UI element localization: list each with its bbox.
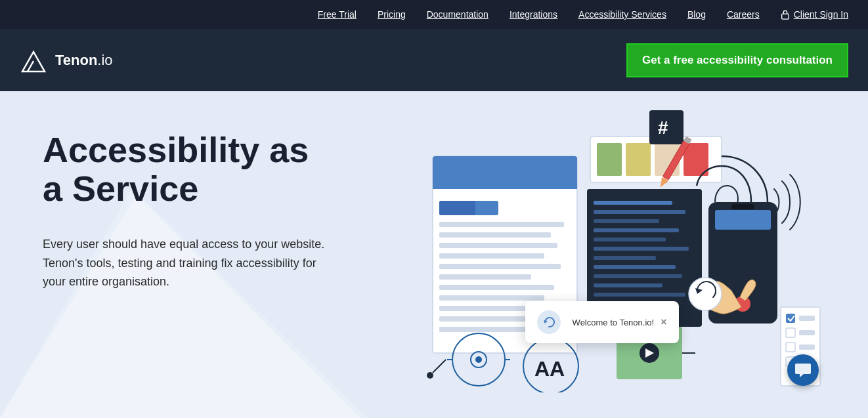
svg-rect-68 bbox=[799, 330, 815, 335]
svg-rect-10 bbox=[439, 201, 475, 215]
svg-rect-36 bbox=[594, 256, 656, 260]
svg-rect-16 bbox=[439, 274, 531, 280]
cta-consultation-button[interactable]: Get a free accessibility consultation bbox=[626, 43, 848, 77]
hero-section: Accessibility as a Service Every user sh… bbox=[0, 91, 868, 418]
chat-popup-close-button[interactable]: × bbox=[661, 316, 666, 328]
svg-rect-0 bbox=[781, 14, 789, 19]
documentation-link[interactable]: Documentation bbox=[427, 9, 488, 20]
svg-rect-35 bbox=[594, 247, 689, 251]
accessibility-services-link[interactable]: Accessibility Services bbox=[578, 9, 666, 20]
hero-illustration: AA bbox=[393, 104, 840, 406]
chat-popup-icon bbox=[537, 310, 561, 334]
logo-text: Tenon.io bbox=[55, 52, 113, 69]
chat-fab-button[interactable] bbox=[787, 354, 819, 386]
logo-icon bbox=[20, 47, 47, 74]
careers-link[interactable]: Careers bbox=[727, 9, 760, 20]
svg-rect-55 bbox=[731, 204, 754, 209]
svg-rect-38 bbox=[594, 274, 682, 278]
svg-point-24 bbox=[475, 356, 482, 363]
svg-line-75 bbox=[433, 360, 446, 373]
site-header: Tenon.io Get a free accessibility consul… bbox=[0, 29, 868, 91]
pricing-link[interactable]: Pricing bbox=[378, 9, 406, 20]
svg-rect-37 bbox=[594, 265, 676, 269]
svg-marker-77 bbox=[544, 320, 548, 324]
svg-rect-43 bbox=[597, 143, 622, 176]
svg-text:#: # bbox=[658, 117, 668, 138]
free-trial-link[interactable]: Free Trial bbox=[318, 9, 357, 20]
svg-point-76 bbox=[427, 372, 433, 379]
svg-rect-31 bbox=[594, 210, 685, 214]
svg-rect-17 bbox=[439, 285, 554, 290]
lock-icon bbox=[781, 9, 790, 20]
svg-rect-12 bbox=[439, 232, 551, 238]
svg-rect-14 bbox=[439, 253, 544, 259]
svg-rect-33 bbox=[594, 228, 679, 232]
hero-description: Every user should have equal access to y… bbox=[43, 235, 332, 291]
hero-illustration-area: AA bbox=[364, 91, 868, 418]
svg-rect-8 bbox=[433, 176, 577, 189]
logo-area: Tenon.io bbox=[20, 47, 113, 74]
svg-rect-13 bbox=[439, 243, 557, 248]
hero-title: Accessibility as a Service bbox=[43, 131, 332, 209]
svg-rect-39 bbox=[594, 283, 662, 287]
svg-rect-11 bbox=[439, 222, 564, 227]
svg-rect-32 bbox=[594, 219, 659, 223]
chat-welcome-text: Welcome to Tenon.io! bbox=[573, 318, 655, 327]
svg-rect-18 bbox=[439, 295, 544, 301]
svg-rect-40 bbox=[594, 293, 685, 297]
svg-rect-44 bbox=[626, 143, 651, 176]
chat-bubble-icon bbox=[794, 362, 812, 379]
svg-rect-53 bbox=[715, 210, 771, 230]
svg-rect-30 bbox=[594, 201, 672, 205]
top-navigation: Free Trial Pricing Documentation Integra… bbox=[0, 0, 868, 29]
svg-text:AA: AA bbox=[534, 357, 565, 381]
svg-rect-70 bbox=[799, 345, 815, 350]
blog-link[interactable]: Blog bbox=[687, 9, 706, 20]
svg-point-73 bbox=[689, 278, 722, 310]
svg-rect-15 bbox=[439, 264, 561, 269]
hero-left-content: Accessibility as a Service Every user sh… bbox=[0, 91, 364, 418]
chat-welcome-popup: Welcome to Tenon.io! × bbox=[525, 301, 679, 343]
refresh-icon bbox=[542, 316, 555, 329]
client-signin-link[interactable]: Client Sign In bbox=[781, 9, 848, 20]
integrations-link[interactable]: Integrations bbox=[510, 9, 557, 20]
svg-rect-34 bbox=[594, 238, 666, 241]
svg-rect-66 bbox=[799, 316, 815, 321]
illustration-svg: AA bbox=[393, 104, 827, 392]
